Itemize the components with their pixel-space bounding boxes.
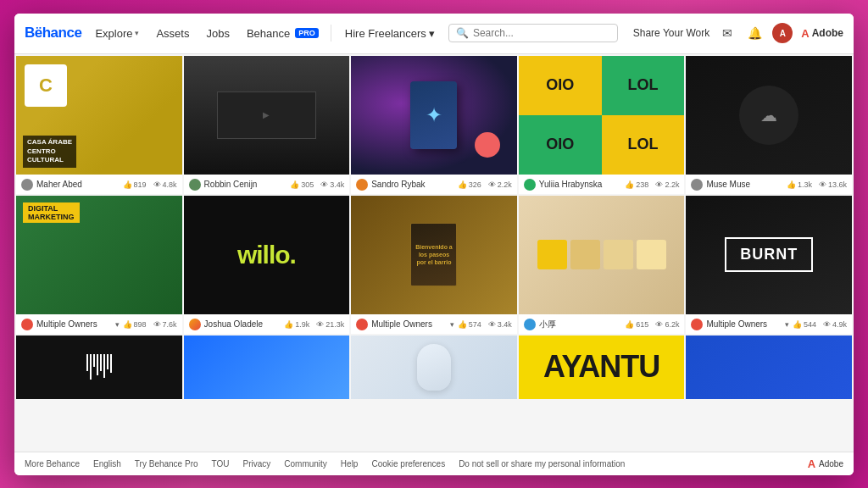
nav-assets[interactable]: Assets (151, 24, 194, 43)
share-your-work-btn[interactable]: Share Your Work (633, 27, 710, 39)
grid-item[interactable]: OIO LOL OIO LOL Yuliia Hrabynska 👍 238 👁… (519, 56, 685, 194)
views: 👁 3.4k (488, 320, 512, 329)
likes: 👍 574 (458, 320, 481, 329)
item-meta: Multiple Owners ▾ 👍 544 👁 4.9k (686, 314, 852, 334)
author-name: Maher Abed (36, 180, 120, 189)
nav-behance[interactable]: Behance PRO (242, 24, 324, 43)
search-bar[interactable]: 🔍 (448, 24, 618, 42)
avatar (21, 319, 33, 330)
thumbnail: ✦ (351, 56, 517, 175)
overlay-text: CASA ÁRABECENTRO CULTURAL (23, 136, 76, 167)
grid-item[interactable] (16, 336, 182, 399)
grid-item[interactable]: willo. Joshua Oladele 👍 1.9k 👁 21.3k (184, 196, 350, 334)
likes: 👍 1.9k (284, 320, 309, 329)
nav-jobs[interactable]: Jobs (201, 24, 234, 43)
footer-privacy[interactable]: Privacy (242, 459, 270, 469)
stats: 👍 898 👁 7.6k (123, 320, 177, 329)
logo-overlay: C (25, 64, 67, 107)
avatar (21, 179, 33, 191)
chevron-down-icon: ▾ (429, 27, 435, 40)
footer-community[interactable]: Community (284, 459, 327, 469)
browser-window: Bëhance Explore ▾ Assets Jobs Behance PR… (14, 14, 854, 475)
avatar (524, 179, 536, 191)
views: 👁 4.8k (153, 180, 177, 189)
author-name: Yuliia Hrabynska (539, 180, 622, 189)
dropdown-arrow[interactable]: ▾ (115, 320, 120, 329)
views: 👁 2.2k (655, 180, 679, 189)
item-meta: Multiple Owners ▾ 👍 898 👁 7.6k (16, 314, 182, 334)
behance-logo[interactable]: Bëhance (25, 25, 81, 42)
footer-english[interactable]: English (93, 459, 121, 469)
nav-right: Share Your Work ✉ 🔔 A A Adobe (633, 23, 843, 43)
author-name: 小厚 (539, 319, 622, 330)
grid-item[interactable] (184, 336, 350, 399)
thumbnail: Bienvenido a los paseos por el barrio (351, 196, 517, 314)
grid-item[interactable]: DIGITALMARKETING Multiple Owners ▾ 👍 898… (16, 196, 182, 334)
search-input[interactable] (473, 27, 610, 39)
pro-badge: PRO (295, 28, 319, 38)
dropdown-arrow[interactable]: ▾ (785, 320, 789, 329)
author-name: Joshua Oladele (204, 319, 281, 329)
avatar (524, 319, 536, 330)
thumbnail (351, 336, 517, 399)
nav-explore[interactable]: Explore ▾ (90, 24, 144, 43)
likes: 👍 1.3k (787, 180, 812, 189)
author-name: Multiple Owners (36, 319, 112, 329)
avatar (691, 179, 703, 191)
footer-more-behance[interactable]: More Behance (25, 459, 80, 469)
author-name: Sandro Rybak (371, 180, 454, 189)
item-meta: Robbin Cenijn 👍 305 👁 3.4k (184, 175, 350, 194)
author-name: Multiple Owners (706, 319, 782, 329)
stats: 👍 1.3k 👁 13.6k (787, 180, 847, 189)
avatar (356, 179, 368, 191)
likes: 👍 544 (793, 320, 816, 329)
item-meta: Yuliia Hrabynska 👍 238 👁 2.2k (519, 175, 685, 194)
adobe-logo[interactable]: A Adobe (801, 27, 843, 40)
views: 👁 6.2k (655, 320, 679, 329)
grid-item[interactable]: 小厚 👍 615 👁 6.2k (519, 196, 685, 334)
grid-item[interactable]: ▶ Robbin Cenijn 👍 305 👁 3.4k (184, 56, 350, 194)
views: 👁 7.6k (153, 320, 177, 329)
footer-cookie[interactable]: Cookie preferences (371, 459, 445, 469)
mail-icon[interactable]: ✉ (718, 24, 737, 42)
stats: 👍 305 👁 3.4k (290, 180, 344, 189)
footer-tou[interactable]: TOU (212, 459, 230, 469)
grid-item[interactable]: C CASA ÁRABECENTRO CULTURAL Maher Abed 👍… (16, 56, 182, 194)
thumbnail (519, 196, 685, 314)
avatar (189, 179, 201, 191)
grid-item[interactable]: ✦ Sandro Rybak 👍 326 👁 2.2k (351, 56, 517, 194)
author-name: Muse Muse (706, 180, 783, 189)
thumbnail: OIO LOL OIO LOL (519, 56, 685, 175)
footer-do-not-sell[interactable]: Do not sell or share my personal informa… (459, 459, 625, 469)
author-name: Multiple Owners (371, 319, 447, 329)
bell-icon[interactable]: 🔔 (745, 24, 764, 42)
thumbnail: ▶ (184, 56, 350, 175)
grid-item[interactable]: ☁ Muse Muse 👍 1.3k 👁 13.6k (686, 56, 852, 194)
footer-adobe-text: Adobe (819, 459, 843, 469)
stats: 👍 819 👁 4.8k (123, 180, 177, 189)
grid-item[interactable]: AYANTU (519, 336, 685, 399)
views: 👁 21.3k (316, 320, 344, 329)
author-name: Robbin Cenijn (204, 180, 287, 189)
navbar: Bëhance Explore ▾ Assets Jobs Behance PR… (14, 14, 854, 54)
footer: More Behance English Try Behance Pro TOU… (14, 452, 854, 475)
dropdown-arrow[interactable]: ▾ (450, 320, 454, 329)
nav-divider (331, 25, 331, 42)
hire-freelancers-btn[interactable]: Hire Freelancers ▾ (338, 24, 442, 43)
thumbnail: AYANTU (519, 336, 685, 399)
likes: 👍 819 (123, 180, 147, 189)
stats: 👍 326 👁 2.2k (458, 180, 512, 189)
item-meta: 小厚 👍 615 👁 6.2k (519, 314, 685, 334)
grid-item[interactable] (351, 336, 517, 399)
likes: 👍 615 (625, 320, 648, 329)
grid-item[interactable] (686, 336, 852, 399)
thumbnail: ☁ (686, 56, 852, 175)
grid-item[interactable]: BURNT Multiple Owners ▾ 👍 544 👁 4.9k (686, 196, 852, 334)
search-icon: 🔍 (456, 27, 469, 39)
footer-help[interactable]: Help (341, 459, 359, 469)
footer-try-behance-pro[interactable]: Try Behance Pro (135, 459, 198, 469)
item-meta: Maher Abed 👍 819 👁 4.8k (16, 175, 182, 194)
avatar[interactable]: A (772, 23, 793, 43)
item-meta: Joshua Oladele 👍 1.9k 👁 21.3k (184, 314, 350, 334)
grid-item[interactable]: Bienvenido a los paseos por el barrio Mu… (351, 196, 517, 334)
